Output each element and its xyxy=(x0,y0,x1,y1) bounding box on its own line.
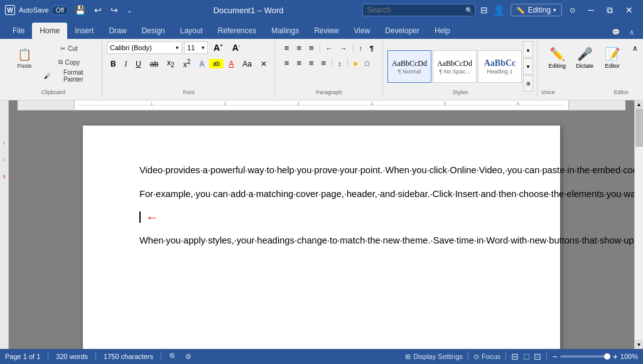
editing-voice-button[interactable]: ✏️ Editing xyxy=(544,44,570,72)
scroll-thumb[interactable] xyxy=(635,109,643,147)
paste-button[interactable]: 📋 Paste xyxy=(9,41,40,75)
paragraph-2[interactable]: For·example,·you·can·add·a·matching·cove… xyxy=(139,187,504,201)
tab-references[interactable]: References xyxy=(210,23,264,39)
shading-button[interactable]: ■ xyxy=(350,58,361,69)
font-size-dropdown[interactable]: 11 ▾ xyxy=(184,41,208,54)
track-changes-button[interactable]: 🔍 xyxy=(169,353,178,361)
bullets-button[interactable]: ≡ xyxy=(281,41,293,55)
tab-review[interactable]: Review xyxy=(306,23,346,39)
word-count: 320 words xyxy=(56,353,88,360)
tab-view[interactable]: View xyxy=(347,23,378,39)
zoom-slider[interactable] xyxy=(560,355,610,358)
save-button[interactable]: 💾 xyxy=(72,4,88,16)
search-input[interactable] xyxy=(362,4,475,16)
web-layout-button[interactable]: ⊡ xyxy=(534,351,541,361)
ribbon-collapse-button[interactable]: ∧ xyxy=(632,44,638,53)
tab-help[interactable]: Help xyxy=(427,23,458,39)
styles-scroll-down[interactable]: ▼ xyxy=(523,58,533,75)
tab-design[interactable]: Design xyxy=(134,23,172,39)
font-name-dropdown[interactable]: Calibri (Body) ▾ xyxy=(107,41,182,54)
clear-formatting-button[interactable]: ✕ xyxy=(257,58,271,70)
share-button[interactable]: ⊙ xyxy=(567,5,578,16)
zoom-minus-button[interactable]: − xyxy=(552,351,557,361)
show-marks-button[interactable]: ¶ xyxy=(367,43,377,54)
zoom-plus-button[interactable]: + xyxy=(613,351,618,361)
cut-icon: ✂ xyxy=(60,45,65,52)
focus-button[interactable]: ⊙ Focus xyxy=(473,353,500,361)
dictate-button[interactable]: 🎤 Dictate xyxy=(572,44,597,72)
comments-button[interactable]: 💬 xyxy=(608,27,624,38)
style-normal[interactable]: AaBbCcDd ¶ Normal xyxy=(387,50,431,83)
subscript-button[interactable]: x2 xyxy=(163,57,178,70)
multilevel-button[interactable]: ≡ xyxy=(306,41,317,55)
document-page[interactable]: Video·provides·a·powerful·way·to·help·yo… xyxy=(83,126,560,349)
highlight-button[interactable]: ab xyxy=(209,59,224,68)
text-effects-button[interactable]: A xyxy=(195,58,208,70)
tab-developer[interactable]: Developer xyxy=(377,23,427,39)
bold-button[interactable]: B xyxy=(107,58,120,70)
autosave-badge[interactable]: Off xyxy=(51,6,68,15)
style-no-spacing[interactable]: AaBbCcDd ¶ No Spac... xyxy=(433,50,477,83)
ruler-num-2: 2 xyxy=(3,158,6,162)
editing-button[interactable]: ✏️ Editing ▾ xyxy=(511,4,562,16)
voice-section: ✏️ Editing 🎤 Dictate 📝 Editor xyxy=(542,41,627,82)
tab-draw[interactable]: Draw xyxy=(101,23,134,39)
scroll-up-button[interactable]: ▲ xyxy=(635,100,644,109)
align-center-button[interactable]: ≡ xyxy=(293,56,305,70)
scroll-down-button[interactable]: ▼ xyxy=(635,340,644,349)
style-normal-label: ¶ Normal xyxy=(398,68,421,75)
paragraph-1[interactable]: Video·provides·a·powerful·way·to·help·yo… xyxy=(139,163,504,177)
copy-button[interactable]: ⧉ Copy xyxy=(41,55,97,69)
italic-button[interactable]: I xyxy=(121,58,131,70)
close-button[interactable]: ✕ xyxy=(620,4,638,17)
editor-button[interactable]: 📝 Editor xyxy=(600,44,625,72)
sort-button[interactable]: ↑ xyxy=(356,43,366,54)
tab-insert[interactable]: Insert xyxy=(67,23,101,39)
person-icon[interactable]: 👤 xyxy=(493,4,505,16)
superscript-button[interactable]: x2 xyxy=(180,57,195,70)
strikethrough-button[interactable]: ab xyxy=(146,58,162,70)
read-mode-button[interactable]: ⊟ xyxy=(511,351,519,361)
ribbon-display-options[interactable]: ⊟ xyxy=(480,5,488,15)
change-case-button[interactable]: Aa xyxy=(239,58,256,70)
grow-font-button[interactable]: A+ xyxy=(210,41,227,54)
cut-button[interactable]: ✂ Cut xyxy=(41,41,97,55)
justify-button[interactable]: ≡ xyxy=(318,56,330,70)
copy-icon: ⧉ xyxy=(58,58,63,66)
red-arrow-indicator: ← xyxy=(146,208,158,227)
format-painter-button[interactable]: 🖌 Format Painter xyxy=(41,69,97,83)
style-h1-preview: AaBbCc xyxy=(484,58,516,68)
print-layout-button[interactable]: □ xyxy=(524,351,529,361)
align-right-button[interactable]: ≡ xyxy=(306,56,317,70)
title-bar-center: Document1 – Word xyxy=(213,6,284,15)
tab-mailings[interactable]: Mailings xyxy=(264,23,306,39)
tab-file[interactable]: File xyxy=(5,23,32,39)
undo-button[interactable]: ↩ xyxy=(92,4,104,16)
redo-button[interactable]: ↪ xyxy=(108,4,121,16)
style-heading1[interactable]: AaBbCc Heading 1 xyxy=(478,50,522,83)
tab-home[interactable]: Home xyxy=(32,23,67,39)
align-left-button[interactable]: ≡ xyxy=(281,56,293,70)
page-content[interactable]: Video·provides·a·powerful·way·to·help·yo… xyxy=(139,163,504,247)
zoom-control: − + 100% xyxy=(552,351,638,361)
styles-scroll-up[interactable]: ▲ xyxy=(523,41,533,58)
ribbon-minimize-button[interactable]: ∧ xyxy=(625,27,638,38)
shrink-font-button[interactable]: A- xyxy=(229,41,244,54)
paragraph-content: ≡ ≡ ≡ ← → ↑ ¶ ≡ ≡ ≡ ≡ ↕ ■ □ xyxy=(281,41,377,97)
proofing-button[interactable]: ⚙ xyxy=(185,353,192,361)
display-settings-button[interactable]: ⊞ Display Settings xyxy=(405,353,463,361)
autosave-toggle[interactable]: AutoSave Off xyxy=(19,6,68,15)
line-spacing-button[interactable]: ↕ xyxy=(335,58,345,69)
font-color-button[interactable]: A xyxy=(225,58,237,70)
borders-button[interactable]: □ xyxy=(362,58,372,69)
increase-indent-button[interactable]: → xyxy=(337,43,350,54)
customize-qat-button[interactable]: ⌄ xyxy=(124,6,134,15)
restore-button[interactable]: ⧉ xyxy=(602,4,618,17)
underline-button[interactable]: U xyxy=(132,58,145,70)
paragraph-3[interactable]: When·you·apply·styles,·your·headings·cha… xyxy=(139,233,504,247)
decrease-indent-button[interactable]: ← xyxy=(323,43,336,54)
minimize-button[interactable]: ─ xyxy=(583,4,599,17)
numbering-button[interactable]: ≡ xyxy=(293,41,305,55)
tab-layout[interactable]: Layout xyxy=(173,23,210,39)
doc-area[interactable]: 1 2 3 4 5 6 Video·provides·a·powerful·wa… xyxy=(9,100,634,349)
